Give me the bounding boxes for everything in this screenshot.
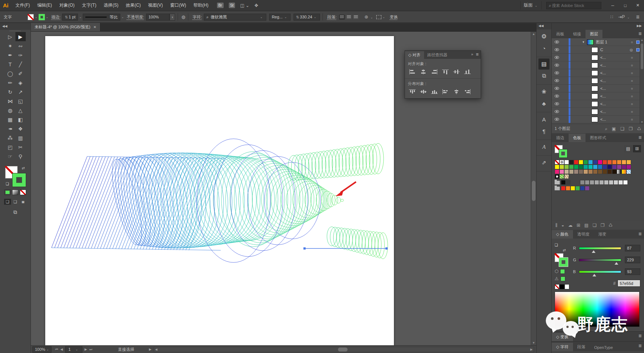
out-of-web-icon[interactable]: ⬡ [555, 269, 558, 274]
swatch[interactable] [607, 169, 612, 174]
layer-expand-chevron[interactable]: ▾ [583, 40, 587, 44]
menubar-item[interactable]: 视图(V) [145, 1, 166, 10]
align-right-paragraph-button[interactable] [353, 15, 359, 20]
new-layer-icon[interactable]: ❐ [629, 126, 633, 131]
stock-button[interactable]: St [229, 3, 235, 8]
swatches-tab-menu-icon[interactable]: ≣ [638, 135, 642, 140]
visibility-eye-icon[interactable] [555, 118, 559, 121]
layer-row[interactable]: ▾图层 1○ [552, 38, 644, 46]
maximize-button[interactable]: □ [619, 0, 631, 11]
swatch-list-view-icon[interactable]: ▤ [624, 145, 632, 152]
swatch[interactable] [561, 180, 566, 185]
swatch[interactable] [564, 174, 569, 179]
artboard[interactable] [45, 36, 394, 345]
swatch[interactable] [598, 160, 602, 165]
layout-switcher-icon[interactable]: ◫ ⌄ [240, 3, 249, 8]
touch-workspace-icon[interactable]: ✥ [255, 3, 258, 8]
layer-name[interactable]: <... [600, 86, 606, 91]
layers-tab-menu-icon[interactable]: ≣ [638, 31, 642, 36]
first-artboard-icon[interactable]: ⏮ [55, 347, 58, 352]
symbol-sprayer-tool[interactable]: ⁂ [5, 133, 15, 142]
new-sublayer-icon[interactable]: ❏ [620, 126, 625, 131]
layer-target-icon[interactable]: ○ [631, 110, 633, 114]
color-group-folder-icon[interactable] [555, 187, 560, 190]
layer-thumbnail[interactable] [591, 70, 598, 76]
menubar-item[interactable]: 对象(O) [56, 1, 78, 10]
hex-value-field[interactable]: 57e55d [618, 280, 640, 287]
prev-artboard-icon[interactable]: ◀ [60, 347, 63, 351]
color-group-folder-icon[interactable] [555, 181, 560, 184]
menubar-item[interactable]: 文件(F) [12, 1, 33, 10]
web-safe-chip[interactable] [560, 269, 565, 274]
r-slider[interactable] [579, 247, 621, 250]
menubar-item[interactable]: 帮助(H) [190, 1, 212, 10]
draw-behind-icon[interactable]: ❏ [12, 199, 19, 205]
align-expand-icon[interactable]: » [471, 52, 473, 56]
locate-object-icon[interactable]: ⌕ [605, 126, 608, 131]
delete-swatch-icon[interactable]: ♺ [609, 223, 613, 228]
magic-wand-tool[interactable]: ✶ [5, 41, 15, 50]
paintbrush-tool[interactable]: ✐ [15, 69, 26, 78]
vertical-scroll-thumb[interactable] [532, 181, 536, 201]
layer-row[interactable]: <...○ [552, 100, 644, 108]
align-top-button[interactable] [441, 68, 450, 75]
swatch[interactable] [617, 169, 622, 174]
swatch[interactable] [588, 169, 593, 174]
free-transform-tool[interactable]: ◱ [15, 96, 26, 106]
swatch[interactable] [569, 165, 574, 169]
align-right-button[interactable] [430, 68, 439, 75]
b-value-field[interactable]: 93 [625, 268, 640, 275]
visibility-eye-icon[interactable] [555, 40, 559, 43]
opacity-field[interactable]: 100% [146, 14, 170, 21]
color-swap-icon[interactable]: ⇄ [563, 248, 566, 252]
selection-tool[interactable]: ▷ [5, 32, 15, 41]
symbols-panel-icon[interactable]: ❀ [538, 86, 549, 97]
type-tab-2[interactable]: OpenType [590, 344, 618, 351]
color-tab-1[interactable]: 透明度 [573, 230, 594, 239]
distribute-left-button[interactable] [441, 88, 450, 95]
layer-name[interactable]: <... [600, 102, 606, 106]
ellipse-tool[interactable]: ◯ [5, 69, 15, 78]
color-mode-button[interactable] [4, 190, 11, 195]
workspace-switcher[interactable]: 版面 ⌄ [520, 1, 542, 10]
stroke-weight-field[interactable]: ⇅1 pt [62, 14, 78, 21]
swatch[interactable] [574, 169, 579, 174]
tools-collapse-icon[interactable]: ◀◀ [0, 23, 31, 30]
layer-target-icon[interactable]: ○ [631, 71, 633, 75]
gradient-panel-icon[interactable]: ◔ [538, 43, 549, 54]
layer-target-icon[interactable]: ○ [631, 79, 633, 83]
layers-scrollbar[interactable]: ▲ ▼ [640, 38, 644, 124]
distribute-v-center-button[interactable] [419, 88, 428, 95]
pathfinder-panel-icon[interactable]: ⧉ [538, 70, 549, 81]
layer-name[interactable]: <... [600, 55, 606, 60]
layer-target-icon[interactable]: ○ [631, 94, 633, 98]
blend-tool[interactable]: ❖ [15, 124, 26, 133]
visibility-eye-icon[interactable] [555, 110, 559, 113]
slider-thumb[interactable] [593, 274, 596, 276]
envelope-warp-icon[interactable]: ⊛ ⌄ [364, 14, 374, 20]
delete-layer-icon[interactable]: ♺ [637, 126, 641, 131]
layer-thumbnail[interactable] [591, 55, 598, 60]
new-color-group-icon[interactable]: ❏ [593, 223, 597, 228]
swatch[interactable] [593, 165, 598, 169]
lasso-tool[interactable]: ∾ [15, 41, 26, 50]
menubar-item[interactable]: 选择(S) [100, 1, 122, 10]
align-v-center-button[interactable] [452, 68, 461, 75]
bridge-button[interactable]: Br [217, 3, 224, 8]
layer-thumbnail[interactable] [591, 109, 598, 114]
swatch[interactable] [585, 180, 590, 185]
layers-scroll-down-icon[interactable]: ▼ [640, 121, 644, 123]
paragraph-styles-panel-icon[interactable]: ¶ [538, 126, 549, 137]
swatches-tab-1[interactable]: 色板 [569, 134, 586, 142]
rotate-tool[interactable]: ↻ [5, 87, 15, 96]
align-left-paragraph-button[interactable] [339, 15, 345, 20]
swatch[interactable] [564, 165, 569, 169]
panels-expand-icon[interactable]: ▶▶ [552, 23, 644, 29]
make-clip-mask-icon[interactable]: ▣ [612, 126, 616, 131]
screen-mode-icon[interactable]: ⧉ [11, 209, 20, 215]
layer-target-icon[interactable]: ○ [631, 102, 633, 106]
visibility-eye-icon[interactable] [555, 102, 559, 105]
swatch[interactable] [569, 160, 574, 165]
layer-target-icon[interactable]: ○ [631, 40, 633, 44]
layer-name[interactable]: C [600, 47, 603, 52]
